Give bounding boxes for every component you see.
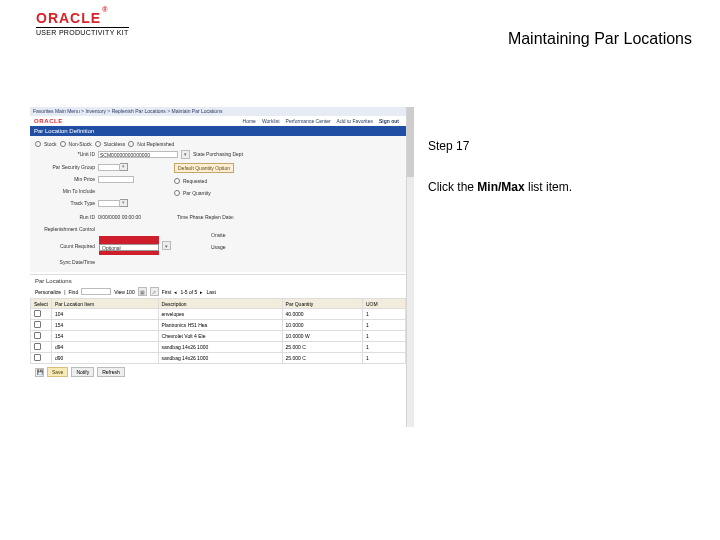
product-line: USER PRODUCTIVITY KIT <box>36 27 129 36</box>
track-type-label: Track Type <box>35 200 95 206</box>
col-item: Par Location Item <box>51 299 158 309</box>
refresh-button[interactable]: Refresh <box>97 367 125 377</box>
par-sec-field[interactable] <box>98 164 120 171</box>
row-checkbox[interactable] <box>34 343 41 350</box>
row-checkbox[interactable] <box>34 332 41 339</box>
nav-worklist[interactable]: Worklist <box>259 118 283 124</box>
table-row: 104envelopes40.00001 <box>31 309 406 320</box>
radio-nonstock[interactable] <box>60 141 66 147</box>
track-type-field[interactable] <box>98 200 120 207</box>
row-checkbox[interactable] <box>34 321 41 328</box>
time-phase-label: Time Phase Replen Date: <box>177 214 234 220</box>
min-price-label: Min Price <box>35 176 95 182</box>
chevron-left-icon[interactable]: ◂ <box>174 289 177 295</box>
syncdt-label: Sync Date/Time <box>35 259 95 265</box>
step-text: Click the Min/Max list item. <box>428 179 688 196</box>
table-row: 154Plantronics H51 Hea10.00001 <box>31 320 406 331</box>
form-footer: 💾 Save Notify Refresh <box>30 364 406 380</box>
tm-icon: ® <box>102 6 108 13</box>
vertical-scrollbar[interactable] <box>406 107 414 427</box>
nav-signout[interactable]: Sign out <box>376 118 402 124</box>
app-header: ORACLE Home Worklist Performance Center … <box>30 116 406 126</box>
run-id-label: Run ID <box>35 214 95 220</box>
find-label: Find <box>68 289 78 295</box>
chevron-down-icon[interactable]: ▾ <box>120 199 128 207</box>
find-input[interactable] <box>81 288 111 295</box>
quantity-option-title: Default Quantity Option <box>174 163 234 173</box>
personalize-link[interactable]: Personalize <box>35 289 61 295</box>
unit-hint: State Purchasing Dept <box>193 151 243 157</box>
save-icon[interactable]: 💾 <box>35 368 44 377</box>
col-select: Select <box>31 299 52 309</box>
scroll-thumb[interactable] <box>407 107 414 177</box>
repl-ctrl-label: Replenishment Control <box>35 226 95 232</box>
radio-notreplenished[interactable] <box>128 141 134 147</box>
list-onsite[interactable]: Onsite <box>211 232 225 238</box>
chevron-down-icon[interactable]: ▾ <box>120 163 128 171</box>
grid-icon[interactable]: ▦ <box>138 287 147 296</box>
dropdown-icon[interactable]: ▾ <box>162 241 171 250</box>
unit-label: Unit ID <box>35 151 95 157</box>
notify-button[interactable]: Notify <box>71 367 94 377</box>
nav-addfav[interactable]: Add to Favorites <box>334 118 376 124</box>
col-desc: Description <box>158 299 282 309</box>
radio-requested[interactable] <box>174 178 180 184</box>
table-row: d90sandbag 14x26 100025.000 C1 <box>31 353 406 364</box>
nav-home[interactable]: Home <box>240 118 259 124</box>
view-100[interactable]: View 100 <box>114 289 134 295</box>
step-number: Step 17 <box>428 138 688 155</box>
radio-stockless[interactable] <box>95 141 101 147</box>
par-locations-title: Par Locations <box>30 274 406 285</box>
col-uom: UOM <box>362 299 405 309</box>
minmax-highlight[interactable]: Optional <box>99 236 159 255</box>
row-checkbox[interactable] <box>34 310 41 317</box>
nav-perf[interactable]: Performance Center <box>283 118 334 124</box>
min-include-label: Min To Include <box>35 188 95 194</box>
pager-last[interactable]: Last <box>206 289 215 295</box>
chevron-right-icon[interactable]: ▸ <box>200 289 203 295</box>
lookup-icon[interactable]: ▾ <box>181 150 190 159</box>
table-row: 154Chevrolet Volt 4 Ele10.0000 W1 <box>31 331 406 342</box>
par-sec-label: Par Security Group <box>35 164 95 170</box>
grid-toolbar: Personalize | Find View 100 ▦ ⤢ First ◂ … <box>30 285 406 298</box>
zoom-icon[interactable]: ⤢ <box>150 287 159 296</box>
instruction-panel: Step 17 Click the Min/Max list item. <box>428 138 688 196</box>
count-req-label: Count Required <box>35 243 95 249</box>
col-par: Par Quantity <box>282 299 362 309</box>
app-screenshot: Favorites Main Menu > Inventory > Replen… <box>30 107 414 427</box>
oracle-logo: ORACLE® <box>36 10 129 26</box>
brand-block: ORACLE® USER PRODUCTIVITY KIT <box>36 10 129 36</box>
item-type-row: Stock Non-Stock Stockless Not Replenishe… <box>35 139 401 149</box>
pager-first[interactable]: First <box>162 289 172 295</box>
radio-parqty[interactable] <box>174 190 180 196</box>
unit-field[interactable]: SCM00000000000000 <box>98 151 178 158</box>
save-button[interactable]: Save <box>47 367 68 377</box>
list-usage[interactable]: Usage <box>211 244 225 250</box>
form-body: Stock Non-Stock Stockless Not Replenishe… <box>30 136 406 272</box>
row-checkbox[interactable] <box>34 354 41 361</box>
app-logo: ORACLE <box>34 118 63 124</box>
run-id-value: 0/00/0000 00:00:00 <box>98 214 141 220</box>
page-title: Maintaining Par Locations <box>508 30 692 48</box>
form-header: Par Location Definition <box>30 126 406 136</box>
breadcrumb[interactable]: Favorites Main Menu > Inventory > Replen… <box>30 107 406 116</box>
table-row: d94sandbag 14x26 100025.000 C1 <box>31 342 406 353</box>
par-locations-table: Select Par Location Item Description Par… <box>30 298 406 364</box>
radio-stock[interactable] <box>35 141 41 147</box>
pager-range: 1-5 of 5 <box>180 289 197 295</box>
min-price-field[interactable] <box>98 176 134 183</box>
